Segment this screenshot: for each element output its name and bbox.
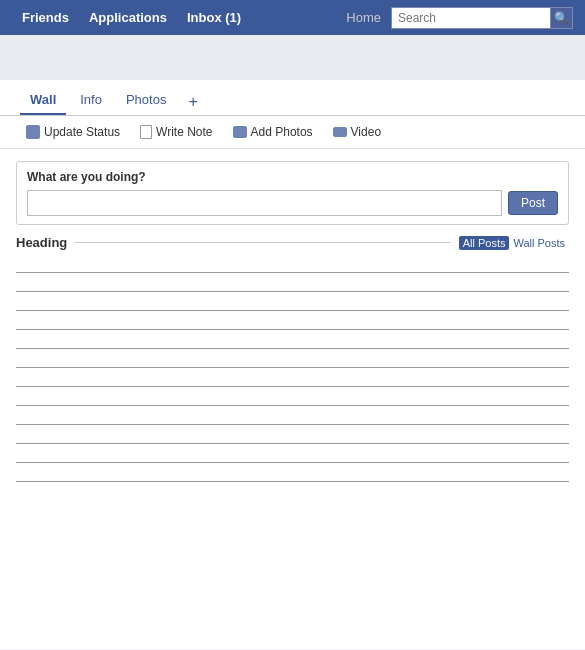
content-line	[16, 310, 569, 311]
status-input[interactable]	[27, 190, 502, 216]
search-bar: 🔍	[391, 7, 573, 29]
add-photos-button[interactable]: Add Photos	[223, 122, 323, 142]
video-icon	[333, 127, 347, 137]
write-note-button[interactable]: Write Note	[130, 122, 222, 142]
content-line	[16, 424, 569, 425]
video-button[interactable]: Video	[323, 122, 391, 142]
nav-inbox[interactable]: Inbox (1)	[177, 10, 251, 25]
content-line	[16, 386, 569, 387]
feed-divider	[75, 242, 450, 243]
status-row: Post	[27, 190, 558, 216]
search-button[interactable]: 🔍	[551, 7, 573, 29]
status-question: What are you doing?	[27, 170, 558, 184]
status-box: What are you doing? Post	[16, 161, 569, 225]
tab-photos[interactable]: Photos	[116, 86, 176, 115]
filter-wall-posts[interactable]: Wall Posts	[509, 236, 569, 250]
content-line	[16, 272, 569, 273]
tab-info[interactable]: Info	[70, 86, 112, 115]
nav-friends[interactable]: Friends	[12, 10, 79, 25]
add-photos-label: Add Photos	[251, 125, 313, 139]
user-icon	[26, 125, 40, 139]
search-input[interactable]	[391, 7, 551, 29]
post-button[interactable]: Post	[508, 191, 558, 215]
tab-wall[interactable]: Wall	[20, 86, 66, 115]
content-line	[16, 462, 569, 463]
main-content: What are you doing? Post Heading All Pos…	[0, 149, 585, 649]
feed-heading: Heading	[16, 235, 67, 250]
update-status-label: Update Status	[44, 125, 120, 139]
tab-add[interactable]: +	[180, 89, 205, 115]
nav-home[interactable]: Home	[336, 10, 391, 25]
feed-header: Heading All Posts Wall Posts	[16, 235, 569, 254]
camera-icon	[233, 126, 247, 138]
filter-all-posts[interactable]: All Posts	[459, 236, 510, 250]
action-bar: Update Status Write Note Add Photos Vide…	[0, 116, 585, 149]
content-line	[16, 367, 569, 368]
profile-area	[0, 35, 585, 80]
content-line	[16, 405, 569, 406]
content-line	[16, 291, 569, 292]
tabs-bar: Wall Info Photos +	[0, 80, 585, 116]
content-line	[16, 329, 569, 330]
write-note-label: Write Note	[156, 125, 212, 139]
update-status-button[interactable]: Update Status	[16, 122, 130, 142]
search-icon: 🔍	[554, 11, 569, 25]
content-line	[16, 481, 569, 482]
note-icon	[140, 125, 152, 139]
video-label: Video	[351, 125, 381, 139]
navbar: Friends Applications Inbox (1) Home 🔍	[0, 0, 585, 35]
content-line	[16, 443, 569, 444]
nav-applications[interactable]: Applications	[79, 10, 177, 25]
content-line	[16, 348, 569, 349]
